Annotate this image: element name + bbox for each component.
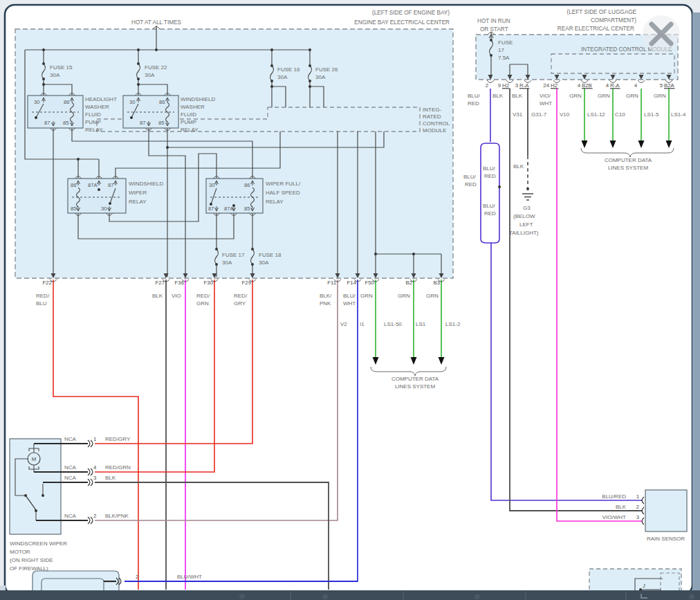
pin-id-f11: F11	[327, 280, 336, 286]
junction-dot	[308, 48, 311, 51]
hl-relay-label: WASHER	[85, 104, 109, 110]
pin-label: 87	[208, 206, 214, 212]
wire-color: GRN	[654, 93, 666, 99]
wire-color: RED	[484, 210, 496, 217]
cdls-right-label: LINES SYSTEM	[608, 165, 649, 171]
rec-pin-num: 4	[606, 82, 609, 89]
wire-color: GRN	[426, 293, 439, 299]
rain-pin-num: 1	[636, 493, 639, 500]
toolbar-icon-ghost[interactable]	[475, 594, 480, 599]
wire-color: VIO/WHT	[602, 514, 626, 520]
wire-color: BLU	[36, 300, 47, 307]
pin-label: 30	[209, 182, 214, 188]
wire-color: BLU/	[468, 93, 481, 99]
motor-pin-num: 1	[93, 436, 96, 442]
wsw-relay-label: RELAY	[181, 127, 199, 133]
rec-pin-conn: R-A	[519, 82, 529, 89]
circuit-id: LS1-50	[384, 321, 402, 327]
junction-dot	[166, 146, 169, 149]
rain-pin-num: 2	[636, 504, 639, 510]
junction-dot	[42, 48, 45, 51]
rec-name-label: REAR ELECTRICAL CENTER	[558, 26, 634, 32]
close-button[interactable]	[643, 15, 680, 53]
fuse16-amp: 30A	[277, 74, 288, 80]
fuse17-amp: 30A	[222, 260, 232, 266]
fuse17r-num: 17	[498, 47, 504, 53]
junction-dot	[155, 48, 158, 51]
cdls-left-label: COMPUTER DATA	[392, 376, 439, 382]
pin-id-f36: F36	[175, 280, 184, 286]
wire-color: RED/GRN	[105, 464, 131, 471]
hl-relay-label: FLUID	[85, 111, 101, 118]
circuit-id: LS1-5	[644, 111, 659, 118]
ground-wire-color: BLK	[513, 163, 524, 170]
pin-label: 87	[108, 182, 113, 188]
junction-dot	[270, 85, 273, 88]
wire-color: RED	[468, 100, 479, 107]
rec-location-label-2: COMPARTMENT)	[591, 17, 636, 24]
bottom-toolbar[interactable]	[0, 590, 700, 600]
toolbar-icon-ghost[interactable]	[689, 594, 694, 599]
fuse16-label: FUSE 16	[277, 66, 300, 73]
hl-relay-label: PUMP	[85, 119, 101, 125]
junction-dot	[24, 494, 27, 497]
fuse22-amp: 30A	[145, 72, 155, 78]
rec-pin-num: 9	[498, 82, 501, 89]
circuit-id: V2	[340, 321, 347, 327]
rec-pin-num: 24	[543, 82, 549, 89]
ground-location: TAILLIGHT)	[509, 230, 539, 236]
junction-dot	[42, 494, 44, 497]
icm-line: INTEG-	[423, 107, 441, 113]
wire-color: GRN	[569, 93, 582, 99]
icm-line: MODULE	[423, 127, 446, 134]
pin-label: 85	[158, 120, 164, 126]
fuse22-label: FUSE 22	[145, 64, 167, 71]
rec-pin-conn: H2	[502, 82, 509, 89]
wfh-relay-label: HALF SPEED	[266, 190, 300, 196]
fuse17r-label: FUSE	[498, 39, 513, 46]
wiring-diagram-window: (LEFT SIDE OF ENGINE BAY) ENGINE BAY ELE…	[0, 0, 700, 600]
motor-conn-label: NCA	[64, 464, 77, 471]
pin-id-f14: F14	[347, 280, 357, 286]
circuit-id: LS1	[416, 321, 426, 327]
bconn-pin-num: 2	[136, 574, 138, 580]
rec-pin-conn: R-A	[610, 82, 620, 89]
motor-conn-label: NCA	[64, 475, 77, 481]
rain-sensor	[645, 490, 687, 531]
junction-label: J	[643, 583, 645, 589]
fuse26-label: FUSE 26	[315, 66, 338, 73]
motor-name: OF FIREWALL)	[10, 565, 48, 572]
hot-in-run-label-1: HOT IN RUN	[477, 18, 510, 24]
circuit-id: LS1-12	[587, 111, 605, 118]
pin-label: 85	[244, 206, 250, 212]
wire-color: GRN	[626, 93, 638, 99]
circuit-id: LS1-4	[671, 111, 686, 118]
wire-color: BLU/	[483, 165, 496, 172]
junction-dot	[77, 158, 80, 161]
pin-label: 30	[101, 206, 107, 212]
pin-label: 87	[44, 120, 50, 126]
toolbar-icon-ghost[interactable]	[239, 594, 245, 599]
junction-dot	[35, 509, 37, 512]
ebec-location-label: (LEFT SIDE OF ENGINE BAY)	[372, 10, 450, 16]
junction-dot	[109, 202, 111, 205]
junction-dot	[270, 48, 273, 51]
pin-id-f30: F30	[204, 280, 214, 286]
wire-color: RED/	[234, 293, 248, 299]
rec-pin-num: 3	[515, 82, 518, 89]
wire-color: GRN	[196, 300, 209, 307]
wire-color: WHT	[343, 300, 356, 307]
wire-color: RED	[484, 173, 496, 179]
wire-color: BLK	[512, 93, 523, 99]
rain-sensor-box	[645, 490, 687, 531]
wire-color: RED/GRY	[105, 436, 131, 442]
motor-pin-num: 3	[93, 475, 96, 481]
wire-color: PNK	[320, 300, 331, 307]
motor-pin-num: 4	[93, 464, 97, 471]
pin-id-b3: B3	[433, 280, 440, 286]
wsw-relay-label: FLUID	[181, 111, 196, 118]
wire-color: WHT	[540, 100, 552, 107]
wire-color: BLK	[616, 504, 627, 510]
pin-label: 85	[63, 120, 68, 126]
toolbar-icon-ghost[interactable]	[322, 594, 328, 599]
